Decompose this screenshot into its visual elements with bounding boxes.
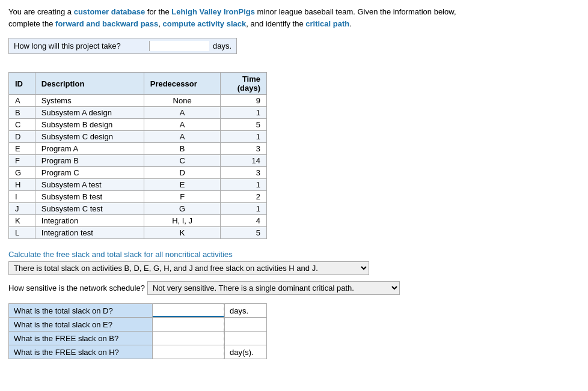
slack-input-3[interactable]	[153, 345, 224, 359]
cell-description: Subsystem B test	[35, 191, 144, 203]
cell-predecessor: K	[144, 227, 221, 239]
table-row: B Subsystem A design A 1	[9, 107, 267, 119]
calc-title: Calculate the free slack and total slack…	[8, 250, 580, 259]
slack-unit: days.	[225, 304, 267, 318]
cell-description: Program C	[35, 167, 144, 179]
cell-predecessor: E	[144, 179, 221, 191]
cell-id: A	[9, 95, 35, 107]
cell-predecessor: A	[144, 107, 221, 119]
cell-predecessor: G	[144, 203, 221, 215]
cell-id: H	[9, 179, 35, 191]
cell-predecessor: H, I, J	[144, 215, 221, 227]
col-header-id: ID	[9, 73, 35, 95]
table-row: A Systems None 9	[9, 95, 267, 107]
table-row: C Subsystem B design A 5	[9, 119, 267, 131]
cell-description: Systems	[35, 95, 144, 107]
slack-unit	[225, 332, 267, 345]
slack-question-row: What is the FREE slack on H?day(s).	[9, 345, 267, 359]
slack-input-cell	[153, 318, 225, 332]
cell-time: 1	[221, 203, 267, 215]
sensitive-select[interactable]: Not very sensitive. There is a single do…	[147, 281, 400, 295]
calc-dropdown[interactable]: There is total slack on activities B, D,…	[8, 261, 369, 275]
cell-description: Program B	[35, 155, 144, 167]
cell-id: I	[9, 191, 35, 203]
cell-time: 1	[221, 131, 267, 143]
cell-time: 2	[221, 191, 267, 203]
slack-question-label: What is the total slack on D?	[9, 304, 153, 318]
table-row: K Integration H, I, J 4	[9, 215, 267, 227]
cell-id: D	[9, 131, 35, 143]
cell-predecessor: C	[144, 155, 221, 167]
cell-id: F	[9, 155, 35, 167]
cell-time: 5	[221, 119, 267, 131]
slack-question-table: What is the total slack on D?days.What i…	[8, 303, 267, 359]
cell-predecessor: F	[144, 191, 221, 203]
slack-input-0[interactable]	[153, 304, 224, 317]
table-row: F Program B C 14	[9, 155, 267, 167]
cell-id: K	[9, 215, 35, 227]
cell-id: J	[9, 203, 35, 215]
slack-question-label: What is the FREE slack on B?	[9, 332, 153, 345]
cell-id: B	[9, 107, 35, 119]
cell-id: C	[9, 119, 35, 131]
cell-description: Subsystem B design	[35, 119, 144, 131]
cell-predecessor: A	[144, 119, 221, 131]
cell-predecessor: B	[144, 143, 221, 155]
slack-question-row: What is the total slack on D?days.	[9, 304, 267, 318]
cell-description: Subsystem C design	[35, 131, 144, 143]
slack-input-cell	[153, 345, 225, 359]
cell-time: 5	[221, 227, 267, 239]
table-row: L Integration test K 5	[9, 227, 267, 239]
sensitive-label: How sensitive is the network schedule?	[8, 283, 145, 292]
cell-description: Subsystem A design	[35, 107, 144, 119]
intro-line2: complete the forward and backward pass, …	[8, 19, 352, 28]
intro-line1: You are creating a customer database for…	[8, 7, 456, 16]
cell-time: 9	[221, 95, 267, 107]
cell-description: Subsystem C test	[35, 203, 144, 215]
table-row: E Program A B 3	[9, 143, 267, 155]
project-duration-input[interactable]	[149, 41, 209, 51]
calc-section: Calculate the free slack and total slack…	[8, 250, 580, 275]
cell-id: E	[9, 143, 35, 155]
table-row: I Subsystem B test F 2	[9, 191, 267, 203]
cell-id: L	[9, 227, 35, 239]
intro-paragraph: You are creating a customer database for…	[8, 6, 525, 29]
cell-time: 14	[221, 155, 267, 167]
cell-predecessor: A	[144, 131, 221, 143]
project-duration-label: How long will this project take?	[14, 41, 145, 50]
bottom-table-section: What is the total slack on D?days.What i…	[8, 303, 580, 359]
cell-description: Integration	[35, 215, 144, 227]
table-row: J Subsystem C test G 1	[9, 203, 267, 215]
activity-table-section: ID Description Predecessor Time(days) A …	[8, 72, 580, 239]
cell-predecessor: None	[144, 95, 221, 107]
slack-question-label: What is the total slack on E?	[9, 318, 153, 332]
cell-time: 1	[221, 179, 267, 191]
table-row: G Program C D 3	[9, 167, 267, 179]
slack-question-row: What is the FREE slack on B?	[9, 332, 267, 345]
slack-input-1[interactable]	[153, 318, 224, 331]
slack-question-label: What is the FREE slack on H?	[9, 345, 153, 359]
cell-time: 3	[221, 167, 267, 179]
slack-unit	[225, 318, 267, 332]
table-header-row: ID Description Predecessor Time(days)	[9, 73, 267, 95]
cell-time: 1	[221, 107, 267, 119]
cell-predecessor: D	[144, 167, 221, 179]
activity-table: ID Description Predecessor Time(days) A …	[8, 72, 267, 239]
slack-unit: day(s).	[225, 345, 267, 359]
col-header-time: Time(days)	[221, 73, 267, 95]
table-row: D Subsystem C design A 1	[9, 131, 267, 143]
slack-input-2[interactable]	[153, 332, 224, 345]
slack-question-row: What is the total slack on E?	[9, 318, 267, 332]
project-duration-row: How long will this project take? days.	[8, 38, 237, 54]
col-header-predecessor: Predecessor	[144, 73, 221, 95]
cell-description: Integration test	[35, 227, 144, 239]
col-header-description: Description	[35, 73, 144, 95]
cell-id: G	[9, 167, 35, 179]
project-duration-unit: days.	[213, 41, 231, 50]
cell-description: Subsystem A test	[35, 179, 144, 191]
cell-description: Program A	[35, 143, 144, 155]
sensitive-row: How sensitive is the network schedule? N…	[8, 281, 580, 295]
slack-input-cell	[153, 304, 225, 318]
table-row: H Subsystem A test E 1	[9, 179, 267, 191]
cell-time: 4	[221, 215, 267, 227]
